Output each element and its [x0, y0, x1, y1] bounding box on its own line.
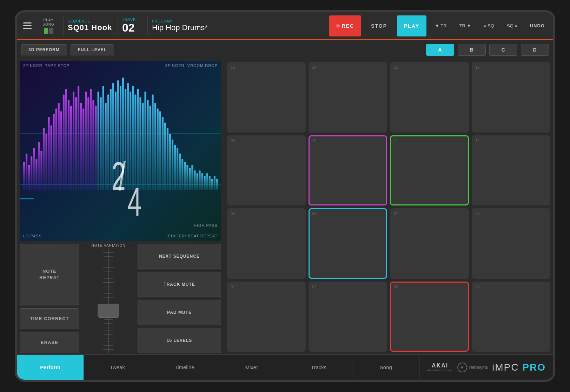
tr-up-button[interactable]: TR ▼	[455, 15, 476, 36]
nav-item-timeline[interactable]: Timeline	[151, 355, 218, 380]
svg-rect-29	[87, 97, 89, 190]
pad-04[interactable]: 04	[472, 282, 551, 352]
nav-item-song[interactable]: Song	[352, 355, 419, 380]
pad-13[interactable]: 13	[227, 62, 306, 133]
impc-pro-logo: iMPC PRO	[492, 362, 546, 373]
svg-rect-81	[216, 179, 218, 190]
play-button[interactable]: PLAY	[397, 15, 426, 36]
nav-item-tracks[interactable]: Tracks	[285, 355, 352, 380]
pad-bank-b[interactable]: B	[458, 44, 486, 56]
track-label: TRACK	[122, 18, 143, 21]
pad-10[interactable]: 10	[309, 135, 387, 206]
pad-16[interactable]: 16	[472, 62, 551, 133]
svg-rect-67	[181, 159, 183, 190]
xy-pad[interactable]: 2FINGER: TAPE STOP 3FINGER: VROOM DROP L…	[20, 61, 221, 241]
play-song-section[interactable]: PLAYSONG	[38, 18, 59, 34]
svg-rect-18	[60, 111, 62, 190]
pad-12[interactable]: 12	[472, 135, 551, 206]
note-repeat-button[interactable]: NOTEREPEAT	[20, 244, 79, 305]
pad-bank-a[interactable]: A	[426, 44, 454, 56]
sq-back-button[interactable]: « SQ	[479, 15, 498, 36]
top-bar: PLAYSONG SEQUENCE SQ01 Hook TRACK 02 PRO…	[17, 12, 553, 40]
note-variation-slider-container[interactable]	[82, 249, 135, 353]
svg-rect-27	[82, 109, 84, 190]
play-song-label: PLAYSONG	[42, 18, 54, 27]
nav-item-perform[interactable]: Perform	[17, 355, 84, 380]
svg-rect-50	[139, 97, 141, 190]
main-content: 3D PERFORM FULL LEVEL A B C D 2FINGER: T…	[17, 40, 553, 354]
erase-button[interactable]: ERASE	[20, 332, 79, 353]
svg-rect-3	[23, 162, 25, 190]
svg-rect-14	[51, 126, 52, 190]
program-section: PROGRAM Hip Hop Drums*	[152, 19, 208, 32]
brand-section: AKAI PROFESSIONAL R retronyms iMPC PRO	[420, 355, 554, 380]
svg-rect-49	[137, 89, 139, 190]
svg-rect-7	[33, 148, 35, 190]
svg-rect-36	[105, 103, 107, 190]
svg-rect-5	[28, 165, 30, 190]
svg-rect-77	[206, 173, 208, 190]
tick-marks-svg	[82, 249, 135, 353]
left-panel: 2FINGER: TAPE STOP 3FINGER: VROOM DROP L…	[17, 59, 224, 354]
sixteen-levels-button[interactable]: 16 LEVELS	[138, 328, 221, 353]
pro-text: PRO	[519, 362, 546, 373]
3d-perform-button[interactable]: 3D PERFORM	[21, 44, 67, 55]
svg-rect-65	[177, 148, 178, 190]
svg-rect-53	[147, 100, 149, 190]
pad-07[interactable]: 07	[390, 208, 469, 279]
pad-bank-d[interactable]: D	[521, 44, 549, 56]
pad-05[interactable]: 05	[227, 208, 306, 279]
sequence-label: SEQUENCE	[68, 19, 113, 23]
next-sequence-button[interactable]: NEXT SEQUENCE	[138, 244, 221, 269]
sq-fwd-button[interactable]: SQ »	[503, 15, 522, 36]
pad-09[interactable]: 09	[227, 135, 306, 206]
pad-03[interactable]: 03	[390, 282, 469, 352]
svg-rect-20	[65, 89, 67, 190]
mode-row: 3D PERFORM FULL LEVEL A B C D	[17, 40, 553, 59]
svg-rect-54	[150, 106, 151, 190]
left-volume-button[interactable]	[15, 138, 15, 167]
svg-rect-17	[58, 103, 60, 190]
rec-dot	[336, 24, 340, 28]
pad-01[interactable]: 01	[227, 282, 306, 352]
rec-button[interactable]: REC	[329, 15, 362, 36]
full-level-button[interactable]: FULL LEVEL	[71, 44, 114, 55]
undo-button[interactable]: UNDO	[526, 15, 549, 36]
pad-14[interactable]: 14	[309, 62, 387, 133]
tr-down-button[interactable]: ▼ TR	[431, 15, 451, 36]
divider-3	[147, 17, 148, 35]
right-button[interactable]	[555, 146, 555, 160]
svg-rect-57	[157, 109, 159, 190]
svg-rect-80	[214, 176, 216, 190]
svg-rect-9	[38, 142, 40, 190]
menu-icon[interactable]	[21, 20, 34, 31]
svg-rect-11	[43, 128, 45, 190]
svg-rect-10	[40, 151, 42, 190]
nav-item-mixer[interactable]: Mixer	[218, 355, 285, 380]
svg-rect-48	[134, 94, 136, 190]
pad-mute-button[interactable]: PAD MUTE	[138, 300, 221, 325]
pad-15[interactable]: 15	[390, 62, 469, 133]
pad-02[interactable]: 02	[309, 282, 387, 352]
pad-grid: 13 14 15 16 09 10 11 12 05 06 07 08 01 0…	[224, 59, 553, 354]
pad-11[interactable]: 11	[390, 135, 469, 206]
svg-rect-30	[90, 89, 92, 190]
svg-rect-19	[63, 94, 65, 190]
akai-sub: PROFESSIONAL	[427, 369, 453, 372]
time-correct-button[interactable]: TIME CORRECT	[20, 308, 79, 329]
pad-06[interactable]: 06	[309, 208, 387, 279]
svg-rect-75	[201, 173, 203, 190]
stop-button[interactable]: STOP	[365, 15, 393, 36]
retronyms-brand: R retronyms	[457, 363, 488, 372]
pad-bank-c[interactable]: C	[489, 44, 517, 56]
svg-rect-62	[169, 134, 171, 190]
note-variation-label: NOTE VARIATION	[92, 244, 126, 248]
svg-rect-16	[55, 109, 57, 190]
pad-08[interactable]: 08	[472, 208, 551, 279]
svg-rect-52	[144, 92, 146, 190]
nav-item-tweak[interactable]: Tweak	[84, 355, 151, 380]
svg-rect-21	[68, 100, 69, 190]
impc-text: iMPC	[492, 362, 519, 373]
track-mute-button[interactable]: TRACK MUTE	[138, 272, 221, 297]
svg-rect-55	[152, 94, 154, 190]
